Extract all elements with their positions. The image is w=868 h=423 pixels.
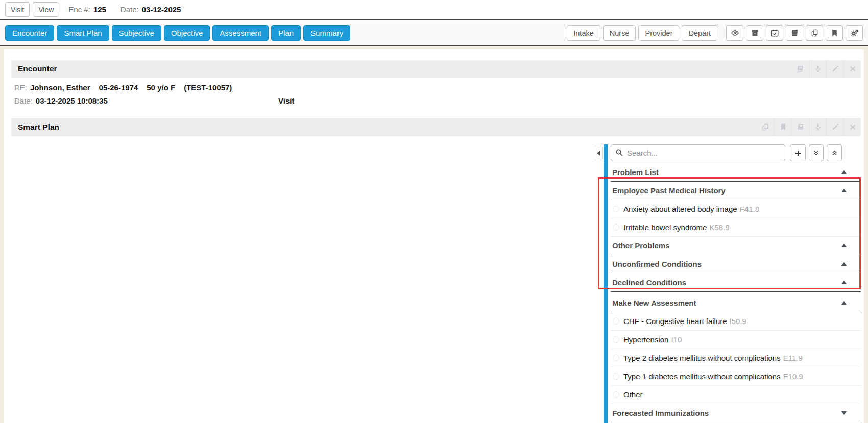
- section-employee-past-medical-history: Employee Past Medical HistoryAnxiety abo…: [611, 182, 861, 237]
- gears-button[interactable]: [846, 25, 863, 41]
- panel-collapse-button[interactable]: [594, 146, 603, 160]
- encounter-date-label: Date:: [14, 96, 33, 105]
- book-button[interactable]: [791, 60, 809, 78]
- condition-item-hypertension[interactable]: HypertensionI10: [611, 331, 861, 349]
- book-icon: [796, 65, 804, 73]
- microphone-button[interactable]: [809, 118, 826, 136]
- eye-icon: [731, 29, 739, 37]
- condition-item-type-1-diabetes-mellitus-without-complications[interactable]: Type 1 diabetes mellitus without complic…: [611, 367, 861, 386]
- copy-button[interactable]: [757, 118, 774, 136]
- condition-item-irritable-bowel-syndrome[interactable]: Irritable bowel syndromeK58.9: [611, 218, 861, 237]
- close-button[interactable]: [843, 118, 861, 136]
- pencil-button[interactable]: [826, 60, 843, 78]
- patient-name: Johnson, Esther: [30, 83, 90, 92]
- book-button[interactable]: [786, 25, 803, 41]
- radio-circle[interactable]: [613, 355, 619, 361]
- radio-circle[interactable]: [613, 224, 619, 231]
- section-header-declined-conditions[interactable]: Declined Conditions: [611, 273, 861, 292]
- nav-tabs: EncounterSmart PlanSubjectiveObjectiveAs…: [5, 25, 353, 41]
- pencil-button[interactable]: [826, 118, 843, 136]
- expand-all-button[interactable]: [809, 144, 824, 161]
- section-other-problems: Other Problems: [611, 237, 861, 255]
- tab-plan[interactable]: Plan: [271, 25, 301, 41]
- patient-id: (TEST-10057): [184, 83, 232, 92]
- smart-plan-toolbar: [757, 118, 861, 136]
- condition-name: CHF - Congestive heart failure: [623, 317, 727, 326]
- icd-code: E10.9: [783, 372, 803, 381]
- search-icon: [615, 148, 623, 157]
- copy-button[interactable]: [806, 25, 823, 41]
- page-background: Encounter RE: Johnson, Esther 05-26-1974…: [0, 46, 868, 423]
- nav-right-group: IntakeNurseProviderDepart: [567, 25, 863, 41]
- visit-button[interactable]: Visit: [5, 2, 30, 17]
- condition-item-anxiety-about-altered-body-image[interactable]: Anxiety about altered body imageF41.8: [611, 200, 861, 218]
- add-button[interactable]: [790, 144, 806, 161]
- book-icon: [790, 29, 799, 37]
- condition-item-other[interactable]: Other: [611, 386, 861, 404]
- radio-circle[interactable]: [613, 318, 619, 325]
- microphone-icon: [814, 65, 822, 73]
- view-button[interactable]: View: [33, 2, 59, 17]
- icd-code: I10: [671, 335, 682, 344]
- content-card: Encounter RE: Johnson, Esther 05-26-1974…: [4, 49, 864, 423]
- radio-circle[interactable]: [613, 391, 619, 398]
- nurse-button[interactable]: Nurse: [603, 25, 636, 41]
- tab-summary[interactable]: Summary: [303, 25, 350, 41]
- encounter-datetime: 03-12-2025 10:08:35: [36, 96, 108, 105]
- section-title: Forecasted Immunizations: [612, 409, 709, 417]
- radio-circle[interactable]: [613, 373, 619, 380]
- section-problem-list: Problem List: [611, 163, 861, 182]
- condition-name: Type 2 diabetes mellitus without complic…: [623, 354, 781, 362]
- section-header-problem-list[interactable]: Problem List: [611, 163, 861, 182]
- section-header-forecasted-immunizations[interactable]: Forecasted Immunizations: [611, 404, 861, 422]
- microphone-button[interactable]: [809, 60, 826, 78]
- bookmark-button[interactable]: [826, 25, 843, 41]
- section-header-employee-past-medical-history[interactable]: Employee Past Medical History: [611, 182, 861, 200]
- caret-up-icon: [841, 262, 847, 266]
- patient-dob: 05-26-1974: [99, 83, 138, 92]
- caret-up-icon: [841, 189, 847, 192]
- calendar-check-icon: [770, 29, 779, 37]
- section-forecasted-immunizations: Forecasted Immunizations: [611, 404, 861, 422]
- caret-up-icon: [841, 170, 847, 174]
- archive-box-button[interactable]: [746, 25, 763, 41]
- section-title: Declined Conditions: [612, 278, 686, 287]
- plus-icon: [794, 149, 802, 157]
- panel-splitter-bar[interactable]: [604, 144, 608, 423]
- close-button[interactable]: [843, 60, 861, 78]
- radio-circle[interactable]: [613, 206, 619, 212]
- section-title: Problem List: [612, 168, 659, 177]
- depart-button[interactable]: Depart: [682, 25, 717, 41]
- section-header-make-new-assessment[interactable]: Make New Assessment: [611, 294, 861, 312]
- book-button[interactable]: [791, 118, 809, 136]
- condition-item-type-2-diabetes-mellitus-without-complications[interactable]: Type 2 diabetes mellitus without complic…: [611, 349, 861, 367]
- section-header-other-problems[interactable]: Other Problems: [611, 237, 861, 255]
- icd-code: I50.9: [730, 317, 746, 326]
- search-input[interactable]: [611, 144, 785, 161]
- condition-name: Anxiety about altered body image: [623, 205, 737, 213]
- tab-encounter[interactable]: Encounter: [5, 25, 54, 41]
- top-date-label: Date:: [120, 5, 139, 14]
- collapse-all-button[interactable]: [827, 144, 842, 161]
- tab-objective[interactable]: Objective: [164, 25, 210, 41]
- calendar-check-button[interactable]: [766, 25, 783, 41]
- intake-button[interactable]: Intake: [567, 25, 600, 41]
- encounter-header-bar: Encounter: [11, 60, 861, 78]
- section-header-unconfirmed-conditions[interactable]: Unconfirmed Conditions: [611, 255, 861, 273]
- tab-assessment[interactable]: Assessment: [212, 25, 269, 41]
- patient-info-line: RE: Johnson, Esther 05-26-1974 50 y/o F …: [14, 83, 240, 92]
- copy-icon: [761, 123, 769, 131]
- eye-button[interactable]: [726, 25, 743, 41]
- panel-section-list: Problem ListEmployee Past Medical Histor…: [611, 163, 861, 422]
- section-make-new-assessment: Make New AssessmentCHF - Congestive hear…: [611, 294, 861, 404]
- icd-code: K58.9: [709, 223, 729, 232]
- tab-subjective[interactable]: Subjective: [112, 25, 161, 41]
- provider-button[interactable]: Provider: [638, 25, 679, 41]
- icd-code: F41.8: [740, 205, 759, 213]
- tab-smart-plan[interactable]: Smart Plan: [57, 25, 109, 41]
- condition-name: Type 1 diabetes mellitus without complic…: [623, 372, 781, 381]
- bookmark-button[interactable]: [774, 118, 791, 136]
- radio-circle[interactable]: [613, 336, 619, 343]
- condition-item-chf-congestive-heart-failure[interactable]: CHF - Congestive heart failureI50.9: [611, 312, 861, 331]
- gears-icon: [850, 29, 859, 37]
